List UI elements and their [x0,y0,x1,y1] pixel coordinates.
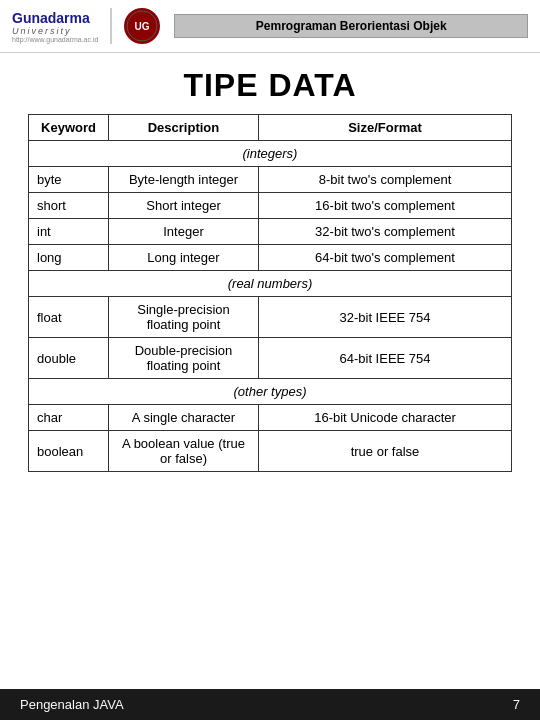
cell-keyword: double [29,338,109,379]
cell-keyword: float [29,297,109,338]
cell-keyword: char [29,405,109,431]
content-area: Keyword Description Size/Format (integer… [0,114,540,472]
col-header-size: Size/Format [259,115,512,141]
col-header-description: Description [109,115,259,141]
cell-size: 32-bit two's complement [259,219,512,245]
cell-size: 16-bit Unicode character [259,405,512,431]
logo-name-line1: Gunadarma [12,10,90,26]
table-section-header: (real numbers) [29,271,512,297]
page-title: TIPE DATA [0,67,540,104]
cell-description: Long integer [109,245,259,271]
table-row: floatSingle-precision floating point32-b… [29,297,512,338]
cell-description: Short integer [109,193,259,219]
logo-name-line2: University [12,26,72,36]
cell-size: 32-bit IEEE 754 [259,297,512,338]
footer-page-number: 7 [513,697,520,712]
table-row: doubleDouble-precision floating point64-… [29,338,512,379]
logo-circle: UG [124,8,160,44]
cell-description: Single-precision floating point [109,297,259,338]
header: Gunadarma University http://www.gunadarm… [0,0,540,53]
cell-size: 64-bit IEEE 754 [259,338,512,379]
table-row: byteByte-length integer8-bit two's compl… [29,167,512,193]
cell-size: 16-bit two's complement [259,193,512,219]
table-section-header: (integers) [29,141,512,167]
logo-website: http://www.gunadarma.ac.id [12,36,98,43]
table-row: intInteger32-bit two's complement [29,219,512,245]
svg-text:UG: UG [135,21,150,32]
cell-size: 64-bit two's complement [259,245,512,271]
cell-keyword: long [29,245,109,271]
cell-description: Byte-length integer [109,167,259,193]
table-row: longLong integer64-bit two's complement [29,245,512,271]
table-row: charA single character16-bit Unicode cha… [29,405,512,431]
cell-keyword: byte [29,167,109,193]
cell-keyword: boolean [29,431,109,472]
cell-description: A boolean value (true or false) [109,431,259,472]
header-title: Pemrograman Berorientasi Objek [174,14,528,38]
table-section-header: (other types) [29,379,512,405]
footer: Pengenalan JAVA 7 [0,689,540,720]
table-header-row: Keyword Description Size/Format [29,115,512,141]
cell-keyword: int [29,219,109,245]
data-table: Keyword Description Size/Format (integer… [28,114,512,472]
cell-description: Integer [109,219,259,245]
cell-keyword: short [29,193,109,219]
cell-description: Double-precision floating point [109,338,259,379]
table-row: shortShort integer16-bit two's complemen… [29,193,512,219]
cell-description: A single character [109,405,259,431]
footer-label: Pengenalan JAVA [20,697,124,712]
col-header-keyword: Keyword [29,115,109,141]
table-row: booleanA boolean value (true or false)tr… [29,431,512,472]
cell-size: 8-bit two's complement [259,167,512,193]
logo-area: Gunadarma University http://www.gunadarm… [12,8,160,44]
cell-size: true or false [259,431,512,472]
